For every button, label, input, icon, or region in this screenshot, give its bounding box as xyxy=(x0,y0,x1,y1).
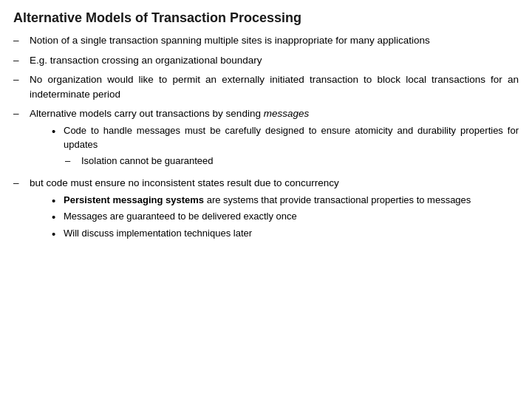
bullet-text-4: Alternative models carry out transaction… xyxy=(30,106,519,171)
sub-bullet-list-4: • Code to handle messages must be carefu… xyxy=(52,124,519,168)
last-sub-bullet-3: • Will discuss implementation techniques… xyxy=(52,227,519,242)
dash-2: – xyxy=(13,53,30,68)
bullet-item-1: – Notion of a single transaction spannin… xyxy=(13,33,519,48)
bullet-item-3: – No organization would like to permit a… xyxy=(13,72,519,101)
bullet-item-2: – E.g. transaction crossing an organizat… xyxy=(13,53,519,68)
bullet-text-2: E.g. transaction crossing an organizatio… xyxy=(30,53,519,68)
last-sub-bullet-1: • Persistent messaging systems are syste… xyxy=(52,194,519,208)
sub-bullet-text-4-1: Code to handle messages must be carefull… xyxy=(64,124,519,152)
last-dot-2: • xyxy=(52,210,64,225)
bullet-item-4: – Alternative models carry out transacti… xyxy=(13,106,519,171)
bullet-item-last: – but code must ensure no inconsistent s… xyxy=(13,176,519,244)
dash-4: – xyxy=(13,106,30,121)
last-sub-bullet-2: • Messages are guaranteed to be delivere… xyxy=(52,210,519,225)
bullet-text-1: Notion of a single transaction spanning … xyxy=(30,33,519,48)
last-sub-bold-1: Persistent messaging systems xyxy=(64,194,204,205)
last-sub-text-3: Will discuss implementation techniques l… xyxy=(64,227,519,241)
sub-sub-item-4-1: – Isolation cannot be guaranteed xyxy=(65,154,519,168)
slide-title: Alternative Models of Transaction Proces… xyxy=(13,10,519,26)
sub-sub-text-4-1: Isolation cannot be guaranteed xyxy=(81,154,214,168)
last-sub-text-1: Persistent messaging systems are systems… xyxy=(64,194,519,208)
last-sub-after-1: are systems that provide transactional p… xyxy=(204,194,471,205)
sub-bullet-4-1: • Code to handle messages must be carefu… xyxy=(52,124,519,152)
main-bullet-list: – Notion of a single transaction spannin… xyxy=(13,33,519,244)
sub-sub-dash-4-1: – xyxy=(65,154,81,168)
last-sub-bullet-list: • Persistent messaging systems are syste… xyxy=(52,194,519,242)
last-bullet-main-text: but code must ensure no inconsistent sta… xyxy=(30,177,339,188)
bullet4-plain: Alternative models carry out transaction… xyxy=(30,108,264,119)
last-dot-3: • xyxy=(52,227,64,242)
last-dash: – xyxy=(13,176,30,191)
dash-3: – xyxy=(13,72,30,87)
last-dot-1: • xyxy=(52,194,64,208)
dot-4-1: • xyxy=(52,124,64,139)
bullet4-italic: messages xyxy=(264,108,310,119)
dash-1: – xyxy=(13,33,30,48)
bullet-text-3: No organization would like to permit an … xyxy=(30,72,519,101)
last-bullet-text: but code must ensure no inconsistent sta… xyxy=(30,176,519,244)
slide-container: Alternative Models of Transaction Proces… xyxy=(0,0,532,255)
last-sub-text-2: Messages are guaranteed to be delivered … xyxy=(64,210,519,224)
